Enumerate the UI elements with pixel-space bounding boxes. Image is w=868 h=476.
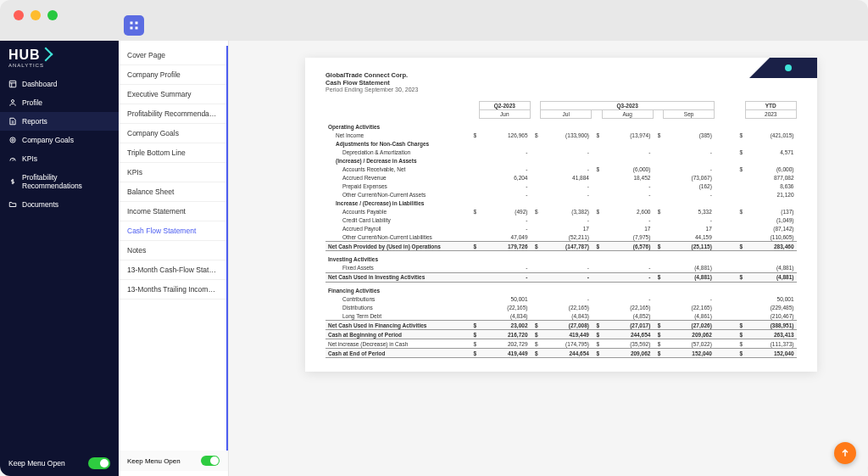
svg-rect-5 (136, 22, 138, 25)
submenu-kpis[interactable]: KPIs (119, 163, 226, 182)
q2-header: Q2-2023 (479, 102, 530, 110)
nav-profile[interactable]: Profile (0, 93, 119, 112)
reports-icon (8, 117, 17, 126)
folder-icon (8, 200, 17, 209)
row-other-assets: Other Current/Non-Current Assets----21,1… (326, 190, 797, 199)
row-dep-amort: Depreciation & Amortization----$4,571 (326, 148, 797, 156)
submenu-13m-income[interactable]: 13-Months Trailing Income Statement (119, 280, 226, 300)
row-cash-eop: Cash at End of Period$419,449$244,654$20… (326, 349, 797, 358)
nav-company-goals[interactable]: Company Goals (0, 131, 119, 149)
row-cc-liab: Credit Card Liability----(1,049) (326, 216, 797, 224)
arrow-up-icon (840, 448, 850, 458)
submenu-company-goals[interactable]: Company Goals (119, 124, 226, 143)
doc-period: Period Ending September 30, 2023 (326, 87, 797, 92)
dashboard-icon (8, 80, 17, 88)
month-sep: Sep (663, 110, 714, 119)
submenu-footer: Keep Menu Open (119, 451, 228, 471)
month-aug: Aug (602, 110, 653, 119)
operating-title: Operating Activities (326, 119, 469, 132)
row-accrued-payroll: Accrued Payroll-171717(87,142) (326, 224, 797, 232)
target-icon (8, 136, 17, 144)
month-jul: Jul (541, 110, 592, 119)
row-net-cash-fin: Net Cash Used in Financing Activities$23… (326, 321, 797, 330)
dollar-icon (8, 177, 17, 186)
row-contributions: Contributions50,001---50,001 (326, 294, 797, 303)
svg-point-2 (10, 137, 15, 143)
keep-menu-open-label-sub: Keep Menu Open (127, 457, 181, 465)
nav-reports[interactable]: Reports (0, 112, 119, 131)
ytd-header: YTD (745, 102, 796, 110)
month-header-row: Jun Jul Aug Sep 2023 (326, 110, 797, 119)
submenu-executive-summary[interactable]: Executive Summary (119, 85, 226, 104)
row-prepaid: Prepaid Expenses---(162)8,636 (326, 182, 797, 190)
adj-noncash-title: Adjustments for Non-Cash Charges (326, 139, 469, 148)
submenu-13m-cashflow[interactable]: 13-Month Cash-Flow Statement (119, 260, 226, 280)
quarter-header-row: Q2-2023 Q3-2023 YTD (326, 102, 797, 110)
financing-title: Financing Activities (326, 282, 469, 294)
minimize-window[interactable] (31, 10, 41, 20)
gauge-icon (8, 154, 17, 163)
submenu-balance-sheet[interactable]: Balance Sheet (119, 182, 226, 202)
nav-label: Dashboard (22, 80, 58, 88)
content-area: Download GlobalTrade Connect Corp. Cash … (229, 41, 868, 476)
row-other-liab: Other Current/Non-Current Liabilities47,… (326, 232, 797, 242)
reports-menu-toggle[interactable] (124, 15, 144, 36)
nav-label: KPIs (22, 154, 37, 163)
submenu-notes[interactable]: Notes (119, 241, 226, 260)
row-net-income: Net Income$126,965$(133,900)$(13,974)$(3… (326, 131, 797, 139)
row-net-cash-inv: Net Cash Used in Investing Activities---… (326, 272, 797, 282)
nav-label: Reports (22, 117, 47, 126)
submenu-profitability[interactable]: Profitability Recommendations (119, 104, 226, 124)
row-net-cash-ops: Net Cash Provided by (Used in) Operation… (326, 242, 797, 251)
keep-submenu-open-toggle[interactable] (201, 456, 220, 466)
svg-point-3 (12, 139, 14, 142)
submenu-income-statement[interactable]: Income Statement (119, 202, 226, 221)
nav-kpis[interactable]: KPIs (0, 149, 119, 168)
svg-rect-0 (9, 81, 16, 87)
month-jun: Jun (479, 110, 530, 119)
submenu-cover-page[interactable]: Cover Page (119, 46, 226, 65)
inc-dec-assets-title: (Increase) / Decrease in Assets (326, 156, 469, 165)
doc-accent-dot (785, 64, 792, 71)
nav-dashboard[interactable]: Dashboard (0, 75, 119, 93)
row-ar: Accounts Receivable, Net--$(6,000)-$(6,0… (326, 165, 797, 173)
document-viewport[interactable]: GlobalTrade Connect Corp. Cash Flow Stat… (229, 41, 868, 476)
keep-menu-open-toggle[interactable] (88, 457, 110, 469)
submenu-triple-bottom[interactable]: Triple Bottom Line (119, 143, 226, 163)
nav-label: Documents (22, 200, 58, 209)
sidebar-footer: Keep Menu Open (0, 451, 119, 476)
row-net-inc-dec: Net increase (Decrease) in Cash$202,729$… (326, 339, 797, 349)
nav-label: Profile (22, 98, 42, 107)
row-lt-debt: Long Term Debt(4,834)(4,843)(4,852)(4,86… (326, 311, 797, 321)
main-sidebar: HUB ANALYTICS Dashboard Profile Reports (0, 41, 119, 476)
row-fixed-assets: Fixed Assets---(4,881)(4,881) (326, 264, 797, 273)
q3-header: Q3-2023 (541, 102, 715, 110)
row-distributions: Distributions(22,165)(22,165)(22,165)(22… (326, 303, 797, 311)
profile-icon (8, 98, 17, 107)
maximize-window[interactable] (47, 10, 58, 20)
cash-flow-document: GlobalTrade Connect Corp. Cash Flow Stat… (305, 58, 817, 372)
investing-title: Investing Activities (326, 251, 469, 264)
row-accrued-rev: Accrued Revenue6,20441,88418,452(73,067)… (326, 173, 797, 182)
scroll-top-fab[interactable] (834, 442, 856, 464)
submenu-cash-flow[interactable]: Cash Flow Statement (119, 221, 226, 241)
month-ytd: 2023 (745, 110, 796, 119)
row-ap: Accounts Payable$(492)$(3,382)$2,600$5,3… (326, 207, 797, 216)
cash-flow-table: Q2-2023 Q3-2023 YTD Jun Jul Aug Sep (326, 101, 797, 358)
svg-rect-6 (131, 27, 133, 30)
nav-label: Profitability Recommendations (22, 173, 110, 190)
grid-icon (129, 20, 139, 31)
svg-rect-4 (131, 22, 133, 25)
row-cash-bop: Cash at Beginning of Period$216,720$419,… (326, 330, 797, 339)
svg-rect-7 (136, 27, 138, 30)
doc-title: Cash Flow Statement (326, 79, 797, 87)
keep-menu-open-label: Keep Menu Open (8, 459, 65, 468)
logo-main: HUB (8, 48, 41, 63)
nav-documents[interactable]: Documents (0, 195, 119, 214)
nav-profitability[interactable]: Profitability Recommendations (0, 168, 119, 195)
nav-label: Company Goals (22, 136, 74, 144)
close-window[interactable] (14, 10, 24, 20)
reports-submenu-panel: Cover Page Company Profile Executive Sum… (119, 41, 229, 476)
submenu-company-profile[interactable]: Company Profile (119, 65, 226, 85)
doc-company: GlobalTrade Connect Corp. (326, 71, 797, 79)
